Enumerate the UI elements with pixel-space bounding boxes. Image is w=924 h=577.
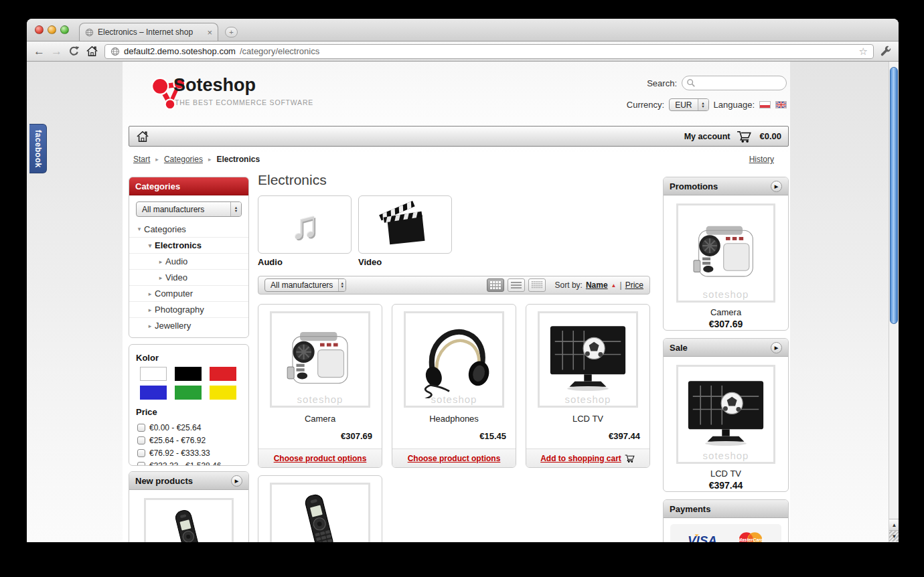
tree-item-photography[interactable]: ▸Photography (129, 301, 248, 317)
breadcrumb-categories-link[interactable]: Categories (164, 155, 203, 164)
product-name[interactable]: LCD TV (526, 414, 649, 424)
view-gallery-button[interactable] (528, 278, 546, 292)
checkbox[interactable] (137, 436, 145, 444)
subcategory-tile-video[interactable] (358, 195, 452, 254)
uk-flag-icon[interactable] (775, 101, 787, 108)
product-image-link[interactable]: soteshop (270, 311, 370, 408)
minimize-window-button[interactable] (48, 25, 56, 34)
facebook-side-tab[interactable]: facebook (29, 124, 47, 173)
manufacturer-select[interactable]: All manufacturers ▲▼ (136, 201, 242, 217)
tab-favicon-globe-icon (85, 28, 94, 37)
sort-controls: Sort by: Name ▲ | Price (555, 280, 643, 290)
bookmark-star-icon[interactable]: ☆ (859, 46, 868, 56)
next-arrow-button[interactable]: ▶ (771, 342, 782, 353)
phone-product-image (279, 493, 362, 542)
color-swatch[interactable] (175, 386, 202, 400)
poland-flag-icon[interactable] (759, 101, 771, 108)
product-card-footer: Choose product options (392, 448, 516, 467)
product-name[interactable]: Camera (258, 414, 382, 424)
home-button[interactable] (86, 46, 98, 57)
checkbox[interactable] (137, 449, 145, 457)
history-link[interactable]: History (749, 155, 774, 164)
tree-item-categories[interactable]: ▾Categories (129, 221, 248, 237)
cart-icon[interactable] (737, 130, 753, 143)
my-account-link[interactable]: My account (684, 132, 730, 141)
forward-button[interactable]: → (51, 46, 62, 57)
sale-image-link[interactable]: soteshop (676, 365, 775, 464)
cart-icon (625, 454, 635, 463)
product-card-headphones: soteshop Headphones €15.45 Choose produc… (392, 304, 516, 468)
currency-select[interactable]: EUR ▲▼ (669, 98, 708, 111)
breadcrumb-start-link[interactable]: Start (133, 155, 150, 164)
sale-title: Sale (670, 343, 688, 353)
tree-item-audio[interactable]: ▸Audio (129, 253, 248, 269)
wrench-menu-button[interactable] (880, 46, 892, 58)
tree-item-video[interactable]: ▸Video (129, 269, 248, 285)
watermark: soteshop (272, 394, 368, 405)
search-label: Search: (647, 78, 677, 88)
promotions-panel: Promotions ▶ soteshop Camera €307.69 (663, 177, 789, 331)
phone-product-image (151, 509, 226, 542)
home-icon[interactable] (136, 131, 149, 143)
filters-panel: Kolor Price €0.00 - €25.64 €25.64 - €76.… (129, 344, 249, 466)
close-tab-icon[interactable]: × (207, 28, 212, 37)
url-bar[interactable]: default2.demo.soteshop.com/category/elec… (104, 44, 874, 59)
browser-titlebar: Electronics – Internet shop × + (27, 19, 899, 42)
sort-label: Sort by: (555, 280, 583, 290)
checkbox[interactable] (137, 424, 145, 432)
payments-title: Payments (670, 504, 710, 514)
product-image-link[interactable] (270, 483, 370, 542)
scroll-down-button[interactable]: ▼ (889, 530, 899, 542)
new-tab-button[interactable]: + (225, 27, 238, 37)
subcategory-tile-audio[interactable]: ♫ (258, 195, 352, 254)
product-name[interactable]: Headphones (392, 414, 516, 424)
choose-options-link[interactable]: Choose product options (408, 454, 501, 463)
color-swatch[interactable] (140, 367, 167, 381)
watermark: soteshop (406, 394, 502, 405)
product-card-footer: Choose product options (258, 448, 382, 467)
browser-tab[interactable]: Electronics – Internet shop × (79, 23, 218, 41)
zoom-window-button[interactable] (60, 25, 69, 34)
color-swatch[interactable] (210, 386, 236, 400)
dense-grid-view-icon (532, 281, 542, 289)
color-swatch[interactable] (140, 386, 167, 400)
next-arrow-button[interactable]: ▶ (771, 181, 782, 192)
add-to-cart-link[interactable]: Add to shopping cart (540, 454, 621, 463)
new-products-header: New products ▶ (129, 472, 248, 490)
close-window-button[interactable] (35, 25, 44, 34)
product-image-link[interactable]: soteshop (538, 311, 638, 408)
color-swatch[interactable] (210, 367, 236, 381)
subcategory-label-video[interactable]: Video (358, 257, 382, 267)
scrollbar-thumb[interactable] (890, 67, 898, 324)
sort-by-price-link[interactable]: Price (625, 280, 643, 290)
price-filter-option: €25.64 - €76.92 (137, 434, 248, 446)
scroll-up-button[interactable]: ▲ (889, 519, 899, 530)
new-product-image[interactable] (144, 498, 234, 542)
site-globe-icon (110, 47, 120, 56)
expanded-arrow-icon: ▾ (135, 226, 144, 232)
reload-button[interactable] (68, 46, 80, 57)
tree-item-computer[interactable]: ▸Computer (129, 285, 248, 301)
back-button[interactable]: ← (33, 46, 45, 57)
promotion-image-link[interactable]: soteshop (676, 203, 775, 303)
checkbox[interactable] (137, 462, 145, 467)
page-viewport: facebook Soteshop THE BEST ECOMMERCE SOF… (27, 62, 899, 542)
view-list-button[interactable] (508, 278, 525, 292)
color-swatch[interactable] (175, 367, 202, 381)
manufacturer-select-toolbar[interactable]: All manufacturers ▲▼ (264, 278, 346, 292)
tree-item-electronics[interactable]: ▾Electronics (129, 237, 248, 253)
search-input[interactable] (682, 76, 787, 90)
logo-title[interactable]: Soteshop (173, 75, 256, 96)
promotions-title: Promotions (670, 181, 718, 191)
sort-by-name-link[interactable]: Name (586, 280, 608, 290)
sale-product-name[interactable]: LCD TV (664, 469, 788, 479)
search-area: Search: (647, 76, 787, 90)
next-arrow-button[interactable]: ▶ (231, 475, 242, 487)
view-grid-button[interactable] (487, 278, 504, 292)
choose-options-link[interactable]: Choose product options (274, 454, 367, 463)
promotion-product-name[interactable]: Camera (664, 307, 788, 317)
promotions-header: Promotions ▶ (664, 177, 788, 195)
product-image-link[interactable]: soteshop (404, 311, 504, 408)
subcategory-label-audio[interactable]: Audio (258, 257, 283, 267)
tree-item-jewellery[interactable]: ▸Jewellery (129, 317, 248, 333)
